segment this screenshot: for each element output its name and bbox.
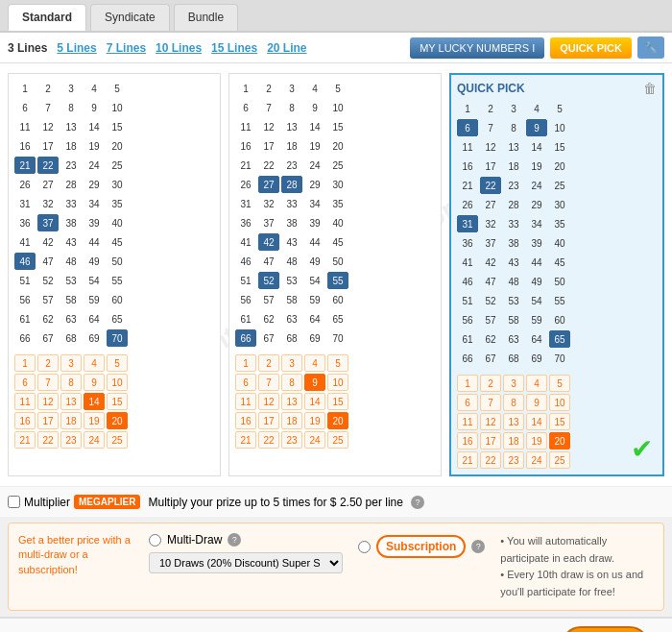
num-cell-54[interactable]: 54	[84, 272, 105, 289]
num-cell-50[interactable]: 50	[107, 253, 128, 270]
num-cell-56[interactable]: 56	[235, 291, 256, 308]
orange-cell-18[interactable]: 18	[60, 412, 82, 429]
orange-cell-24[interactable]: 24	[304, 431, 325, 449]
orange-cell-20[interactable]: 20	[549, 432, 570, 450]
num-cell-14[interactable]: 14	[304, 118, 325, 135]
num-cell-57[interactable]: 57	[480, 311, 501, 328]
orange-cell-4[interactable]: 4	[304, 354, 325, 372]
num-cell-10[interactable]: 10	[327, 99, 348, 116]
num-cell-43[interactable]: 43	[503, 254, 524, 271]
orange-cell-12[interactable]: 12	[37, 393, 59, 410]
num-cell-30[interactable]: 30	[327, 176, 348, 193]
orange-cell-19[interactable]: 19	[84, 412, 105, 429]
num-cell-16[interactable]: 16	[14, 137, 36, 155]
num-cell-51[interactable]: 51	[14, 272, 36, 289]
multi-draw-help-icon[interactable]: ?	[228, 533, 241, 547]
num-cell-66[interactable]: 66	[457, 350, 478, 367]
num-cell-45[interactable]: 45	[549, 254, 570, 271]
num-cell-63[interactable]: 63	[503, 330, 524, 348]
num-cell-68[interactable]: 68	[60, 329, 82, 347]
num-cell-66[interactable]: 66	[235, 329, 256, 347]
orange-cell-12[interactable]: 12	[258, 393, 279, 410]
num-cell-65[interactable]: 65	[107, 310, 128, 328]
orange-cell-6[interactable]: 6	[235, 374, 256, 391]
num-cell-21[interactable]: 21	[457, 177, 478, 194]
num-cell-67[interactable]: 67	[258, 329, 279, 347]
num-cell-39[interactable]: 39	[304, 214, 325, 231]
num-cell-47[interactable]: 47	[258, 253, 279, 270]
orange-cell-9[interactable]: 9	[84, 374, 105, 391]
num-cell-13[interactable]: 13	[281, 118, 302, 135]
orange-cell-14[interactable]: 14	[84, 393, 105, 410]
num-cell-32[interactable]: 32	[37, 195, 59, 212]
num-cell-34[interactable]: 34	[304, 195, 325, 212]
tab-bundle[interactable]: Bundle	[174, 4, 238, 31]
subscription-radio[interactable]	[358, 541, 371, 553]
num-cell-20[interactable]: 20	[549, 158, 570, 175]
num-cell-2[interactable]: 2	[37, 80, 59, 97]
orange-cell-3[interactable]: 3	[281, 354, 302, 372]
num-cell-42[interactable]: 42	[258, 233, 279, 251]
num-cell-28[interactable]: 28	[503, 196, 524, 213]
num-cell-37[interactable]: 37	[37, 214, 59, 231]
line-tab-5[interactable]: 5 Lines	[57, 41, 96, 55]
num-cell-44[interactable]: 44	[304, 233, 325, 251]
orange-cell-5[interactable]: 5	[327, 354, 348, 372]
num-cell-18[interactable]: 18	[60, 137, 82, 155]
num-cell-35[interactable]: 35	[107, 195, 128, 212]
num-cell-31[interactable]: 31	[14, 195, 36, 212]
orange-cell-23[interactable]: 23	[60, 431, 82, 449]
num-cell-29[interactable]: 29	[304, 176, 325, 193]
num-cell-60[interactable]: 60	[107, 291, 128, 308]
num-cell-26[interactable]: 26	[235, 176, 256, 193]
num-cell-7[interactable]: 7	[37, 99, 59, 116]
num-cell-49[interactable]: 49	[304, 253, 325, 270]
num-cell-68[interactable]: 68	[281, 329, 302, 347]
orange-cell-5[interactable]: 5	[107, 354, 128, 372]
num-cell-23[interactable]: 23	[281, 157, 302, 174]
num-cell-37[interactable]: 37	[480, 234, 501, 252]
num-cell-59[interactable]: 59	[304, 291, 325, 308]
num-cell-39[interactable]: 39	[84, 214, 105, 231]
num-cell-1[interactable]: 1	[457, 100, 478, 117]
num-cell-51[interactable]: 51	[457, 292, 478, 309]
orange-cell-9[interactable]: 9	[526, 394, 547, 411]
num-cell-21[interactable]: 21	[235, 157, 256, 174]
num-cell-26[interactable]: 26	[14, 176, 36, 193]
orange-cell-21[interactable]: 21	[457, 451, 478, 469]
num-cell-1[interactable]: 1	[14, 80, 36, 97]
num-cell-10[interactable]: 10	[549, 119, 570, 136]
line-tab-3[interactable]: 3 Lines	[8, 41, 47, 55]
num-cell-53[interactable]: 53	[503, 292, 524, 309]
num-cell-35[interactable]: 35	[327, 195, 348, 212]
orange-cell-6[interactable]: 6	[457, 394, 478, 411]
num-cell-4[interactable]: 4	[304, 80, 325, 97]
num-cell-63[interactable]: 63	[60, 310, 82, 328]
orange-cell-16[interactable]: 16	[457, 432, 478, 450]
num-cell-29[interactable]: 29	[526, 196, 547, 213]
num-cell-54[interactable]: 54	[526, 292, 547, 309]
num-cell-58[interactable]: 58	[281, 291, 302, 308]
num-cell-19[interactable]: 19	[304, 137, 325, 155]
multiplier-checkbox[interactable]	[8, 496, 20, 508]
line-tab-20[interactable]: 20 Line	[267, 41, 306, 55]
orange-cell-16[interactable]: 16	[235, 412, 256, 429]
num-cell-70[interactable]: 70	[107, 329, 128, 347]
num-cell-60[interactable]: 60	[549, 311, 570, 328]
num-cell-12[interactable]: 12	[37, 118, 59, 135]
num-cell-44[interactable]: 44	[84, 233, 105, 251]
orange-cell-7[interactable]: 7	[258, 374, 279, 391]
num-cell-65[interactable]: 65	[327, 310, 348, 328]
quick-pick-button[interactable]: QUICK PICK	[550, 37, 632, 59]
play-button[interactable]: PLAY	[561, 626, 650, 632]
num-cell-3[interactable]: 3	[503, 100, 524, 117]
num-cell-37[interactable]: 37	[258, 214, 279, 231]
orange-cell-9[interactable]: 9	[304, 374, 325, 391]
num-cell-64[interactable]: 64	[526, 330, 547, 348]
num-cell-36[interactable]: 36	[457, 234, 478, 252]
num-cell-2[interactable]: 2	[480, 100, 501, 117]
num-cell-41[interactable]: 41	[14, 233, 36, 251]
num-cell-43[interactable]: 43	[60, 233, 82, 251]
orange-cell-1[interactable]: 1	[457, 375, 478, 392]
orange-cell-10[interactable]: 10	[107, 374, 128, 391]
